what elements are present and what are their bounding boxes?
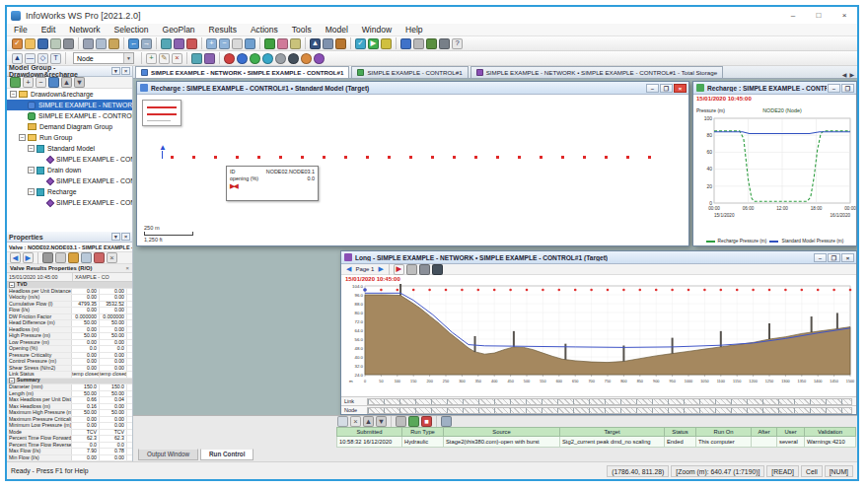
tree-item[interactable]: −Run Group [7, 132, 132, 143]
tab-scroll-icon[interactable]: ◀ [842, 71, 847, 78]
zoom-out-icon[interactable]: − [219, 38, 230, 49]
flow-purple-icon[interactable] [314, 53, 325, 64]
layers-icon[interactable] [264, 38, 275, 49]
close-button[interactable]: × [832, 7, 857, 24]
new-object-icon[interactable]: + [146, 53, 157, 64]
select-node-icon[interactable]: ▲ [12, 53, 23, 64]
menu-file[interactable]: File [7, 25, 35, 35]
run-table-header[interactable]: Run On [696, 428, 752, 437]
delete-object-icon[interactable]: × [172, 53, 182, 64]
tree-item[interactable]: SIMPLE EXAMPLE - CONTROL#1 [7, 197, 132, 208]
flow-blue-icon[interactable] [237, 53, 248, 64]
run-table-header[interactable]: Status [665, 428, 696, 437]
clear-log-icon[interactable]: × [350, 416, 361, 427]
tree-expander[interactable]: − [19, 134, 26, 141]
minimize-button[interactable]: – [780, 7, 806, 24]
section-expander[interactable]: − [9, 282, 15, 288]
trace-icon[interactable] [191, 53, 202, 64]
tree-item[interactable]: −Standard Model [7, 143, 132, 154]
panel-menu-button[interactable]: ▾ [111, 67, 120, 75]
prev-object-icon[interactable]: ◀ [10, 252, 21, 263]
edit-properties-icon[interactable] [68, 252, 79, 263]
maximize-button[interactable]: □ [806, 7, 832, 24]
long-window-titlebar[interactable]: Long - SIMPLE EXAMPLE - NETWORK • SIMPLE… [341, 251, 856, 264]
grid-log-icon[interactable] [396, 416, 406, 427]
window-minimize-icon[interactable]: – [814, 253, 827, 262]
clear-icon[interactable]: × [107, 252, 117, 263]
flow-green-icon[interactable] [250, 53, 260, 64]
dock-log-icon[interactable] [441, 416, 452, 427]
run-simulation-icon[interactable]: ▶ [368, 38, 379, 49]
object-type-combo[interactable]: Node ▼ [73, 52, 134, 64]
document-tab[interactable]: SIMPLE EXAMPLE - CONTROL#1 [351, 66, 468, 78]
flag-icon[interactable] [186, 38, 197, 49]
node-row-band[interactable] [367, 407, 852, 414]
lasso-icon[interactable] [323, 38, 333, 49]
menu-edit[interactable]: Edit [35, 25, 63, 35]
window-minimize-icon[interactable]: – [646, 84, 659, 93]
geoplan-window-titlebar[interactable]: Recharge : SIMPLE EXAMPLE - CONTROL#1 • … [137, 82, 688, 95]
graph-canvas[interactable]: 15/01/2020 10:45:00 02040608010000:0006:… [693, 95, 856, 245]
window-restore-icon[interactable]: ❐ [660, 84, 673, 93]
run-table-header[interactable]: Target [560, 428, 665, 437]
document-tab[interactable]: SIMPLE EXAMPLE - NETWORK • SIMPLE EXAMPL… [470, 66, 724, 78]
tree-item[interactable]: SIMPLE EXAMPLE - CONTROL [7, 110, 132, 121]
save-icon[interactable] [37, 38, 48, 49]
flow-orange-icon[interactable] [301, 53, 312, 64]
undo-icon[interactable]: ← [128, 38, 139, 49]
fill-toggle-icon[interactable] [432, 264, 443, 275]
validate-icon[interactable]: ✓ [355, 38, 366, 49]
grid-view-icon[interactable] [413, 38, 424, 49]
window-close-icon[interactable]: × [674, 84, 687, 93]
copy-properties-icon[interactable] [81, 252, 92, 263]
run-table-header[interactable]: Validation [805, 428, 856, 437]
pipe-network-line[interactable] [171, 156, 658, 159]
window-restore-icon[interactable]: ❐ [828, 253, 840, 262]
pan-icon[interactable] [232, 38, 243, 49]
stop-run-icon[interactable]: ■ [421, 416, 432, 427]
pin-panel-icon[interactable] [94, 252, 105, 263]
commit-icon[interactable]: ✓ [12, 38, 23, 49]
tree-item[interactable]: −Drain down [7, 165, 132, 175]
tree-expander[interactable]: − [28, 167, 35, 174]
export-log-icon[interactable] [408, 416, 419, 427]
tree-item[interactable]: −Drawdown&recharge [7, 89, 132, 100]
window-restore-icon[interactable]: ❐ [841, 84, 854, 93]
scroll-up-icon[interactable]: ▲ [363, 416, 374, 427]
tree-item[interactable]: Demand Diagram Group [7, 121, 132, 132]
menu-selection[interactable]: Selection [108, 25, 156, 35]
menu-results[interactable]: Results [202, 25, 244, 35]
select-link-icon[interactable]: — [25, 53, 36, 64]
run-table-row[interactable]: 10:58:32 16/12/2020HydraulicStage2(this3… [337, 437, 856, 448]
theme-icon[interactable] [277, 38, 288, 49]
refresh-icon[interactable] [10, 77, 21, 88]
collapse-all-icon[interactable]: − [36, 77, 46, 88]
timestep-column-header[interactable]: 15/01/2020 10:45:00 [7, 273, 73, 281]
expand-all-icon[interactable]: + [23, 77, 34, 88]
run-table-header[interactable]: After [752, 428, 777, 437]
panel-close-button[interactable]: × [121, 233, 130, 241]
geoplan-canvas[interactable]: ▲ ID NODE02.NODE03.1 opening (%) 0.0 ▶◀ … [137, 95, 688, 245]
zoom-in-icon[interactable]: + [206, 38, 217, 49]
select-icon[interactable]: ▲ [310, 38, 321, 49]
text-tool-icon[interactable]: T [50, 53, 61, 64]
menu-window[interactable]: Window [355, 25, 398, 35]
run-table-header[interactable]: Run Type [402, 428, 444, 437]
open-icon[interactable] [25, 38, 36, 49]
output-tab-output-window[interactable]: Output Window [138, 449, 198, 460]
menu-model[interactable]: Model [319, 25, 355, 35]
window-close-icon[interactable]: × [841, 253, 854, 262]
properties-icon[interactable] [174, 38, 184, 49]
edit-object-icon[interactable]: ✎ [159, 53, 170, 64]
grid-section-icon[interactable] [406, 264, 417, 275]
polygon-tool-icon[interactable]: ◇ [37, 53, 48, 64]
search-properties-icon[interactable] [55, 252, 66, 263]
paste-icon[interactable] [108, 38, 119, 49]
flow-gray-icon[interactable] [275, 53, 286, 64]
chevron-down-icon[interactable]: ▼ [123, 53, 133, 63]
menu-help[interactable]: Help [398, 25, 429, 35]
tree-item[interactable]: SIMPLE EXAMPLE - CONTROL#1 [7, 175, 132, 186]
play-animation-icon[interactable]: ▶ [394, 264, 404, 275]
tab-scroll-icon[interactable]: ▶ [849, 71, 854, 78]
flow-red-icon[interactable] [224, 53, 235, 64]
